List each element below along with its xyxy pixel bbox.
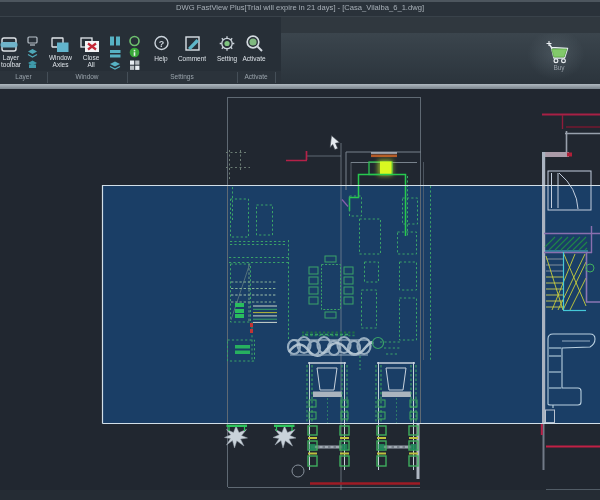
svg-text:?: ? xyxy=(159,39,165,49)
